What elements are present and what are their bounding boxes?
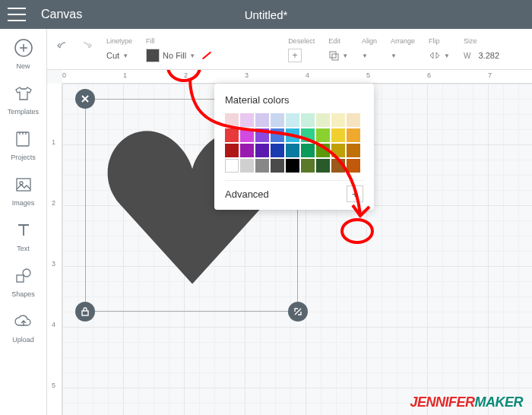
notebook-icon	[11, 128, 34, 150]
color-swatch[interactable]	[347, 113, 360, 127]
chevron-down-icon: ▼	[189, 52, 195, 59]
fill-control[interactable]: Fill No Fill▼	[146, 37, 215, 65]
sidebar-item-label: Upload	[12, 336, 34, 344]
chevron-down-icon: ▼	[391, 52, 397, 59]
svg-rect-8	[82, 311, 88, 315]
color-swatch[interactable]	[316, 128, 330, 142]
color-swatch[interactable]	[331, 128, 345, 142]
chevron-down-icon: ▼	[342, 52, 348, 59]
toolbar: Linetype Cut▼ Fill No Fill▼ Deselect + E…	[47, 29, 532, 70]
sidebar-item-text[interactable]: Text	[12, 219, 35, 252]
color-swatch[interactable]	[286, 159, 299, 173]
color-swatch[interactable]	[271, 128, 284, 142]
color-swatch[interactable]	[316, 144, 330, 157]
fill-swatch[interactable]	[146, 49, 160, 62]
color-swatch[interactable]	[331, 159, 345, 173]
svg-rect-6	[330, 52, 336, 58]
chevron-down-icon: ▼	[362, 52, 368, 59]
color-swatch[interactable]	[225, 159, 239, 173]
color-swatches	[225, 113, 363, 173]
color-swatch[interactable]	[316, 113, 330, 127]
sidebar-item-label: Images	[12, 199, 35, 207]
material-colors-popup: Material colors Advanced +	[214, 84, 374, 210]
color-swatch[interactable]	[331, 113, 345, 127]
sidebar-item-new[interactable]: New	[12, 36, 35, 70]
color-swatch[interactable]	[347, 159, 360, 173]
cloud-upload-icon	[12, 310, 35, 333]
size-control[interactable]: Size W 3.282	[464, 37, 499, 65]
hamburger-menu[interactable]	[8, 8, 26, 21]
color-swatch[interactable]	[225, 128, 239, 142]
arrange-control: Arrange ▼	[391, 37, 415, 65]
edit-icon	[328, 50, 339, 61]
shirt-icon	[12, 82, 35, 105]
sidebar-item-label: New	[16, 62, 30, 70]
color-swatch[interactable]	[286, 144, 299, 157]
deselect-control[interactable]: Deselect +	[288, 37, 315, 65]
color-swatch[interactable]	[316, 159, 330, 173]
color-swatch[interactable]	[255, 113, 269, 127]
color-swatch[interactable]	[240, 128, 254, 142]
flip-control[interactable]: Flip ▼	[429, 37, 450, 65]
plus-circle-icon	[12, 36, 35, 59]
canvas-grid[interactable]: Material colors Advanced +	[62, 84, 532, 415]
color-swatch[interactable]	[255, 144, 269, 157]
color-swatch[interactable]	[286, 113, 299, 127]
sidebar-item-label: Text	[17, 245, 30, 252]
sidebar-item-label: Projects	[11, 154, 36, 161]
color-swatch[interactable]	[301, 159, 315, 173]
sidebar-item-shapes[interactable]: Shapes	[11, 265, 35, 298]
chevron-down-icon: ▼	[122, 52, 128, 59]
sidebar-item-label: Templates	[8, 108, 39, 116]
color-swatch[interactable]	[255, 128, 269, 142]
no-fill-icon	[202, 52, 211, 60]
color-swatch[interactable]	[301, 144, 315, 157]
color-swatch[interactable]	[301, 128, 315, 142]
color-swatch[interactable]	[240, 113, 254, 127]
color-swatch[interactable]	[286, 128, 299, 142]
color-swatch[interactable]	[255, 159, 269, 173]
ruler-horizontal: 01234567	[62, 70, 532, 84]
deselect-button[interactable]: +	[288, 49, 302, 62]
document-title[interactable]: Untitled*	[245, 8, 288, 21]
sidebar-item-upload[interactable]: Upload	[12, 310, 35, 344]
svg-rect-7	[332, 54, 338, 60]
color-swatch[interactable]	[225, 144, 239, 157]
size-width-value[interactable]: 3.282	[478, 51, 499, 60]
color-swatch[interactable]	[347, 128, 360, 142]
color-swatch[interactable]	[347, 144, 360, 157]
advanced-label: Advanced	[225, 188, 269, 200]
image-icon	[12, 173, 35, 196]
linetype-control[interactable]: Linetype Cut▼	[106, 37, 132, 65]
advanced-expand-button[interactable]: +	[347, 185, 363, 202]
color-swatch[interactable]	[240, 159, 254, 173]
left-sidebar: New Templates Projects Images Text Shape…	[0, 29, 47, 415]
sidebar-item-projects[interactable]: Projects	[11, 128, 36, 161]
flip-icon	[429, 50, 441, 61]
edit-control[interactable]: Edit ▼	[328, 37, 348, 65]
chevron-down-icon: ▼	[444, 52, 450, 59]
text-icon	[12, 219, 35, 242]
svg-rect-4	[17, 275, 24, 282]
color-swatch[interactable]	[271, 144, 284, 157]
color-swatch[interactable]	[331, 144, 345, 157]
delete-handle[interactable]	[75, 89, 95, 109]
svg-rect-2	[17, 179, 30, 191]
watermark: JENNIFERMAKER	[410, 394, 523, 410]
color-swatch[interactable]	[271, 113, 284, 127]
lock-handle[interactable]	[75, 302, 95, 322]
redo-icon[interactable]	[78, 40, 93, 55]
sidebar-item-templates[interactable]: Templates	[8, 82, 39, 116]
sidebar-item-images[interactable]: Images	[12, 173, 35, 207]
undo-icon[interactable]	[56, 40, 71, 55]
svg-point-5	[23, 269, 30, 277]
resize-handle[interactable]	[288, 302, 308, 322]
canvas[interactable]: 01234567 12345 Material colors Advanced …	[47, 70, 532, 415]
color-swatch[interactable]	[271, 159, 284, 173]
color-swatch[interactable]	[301, 113, 315, 127]
color-swatch[interactable]	[225, 113, 239, 127]
shapes-icon	[12, 265, 35, 287]
align-control: Align ▼	[362, 37, 377, 65]
color-swatch[interactable]	[240, 144, 254, 157]
popup-title: Material colors	[225, 94, 363, 106]
